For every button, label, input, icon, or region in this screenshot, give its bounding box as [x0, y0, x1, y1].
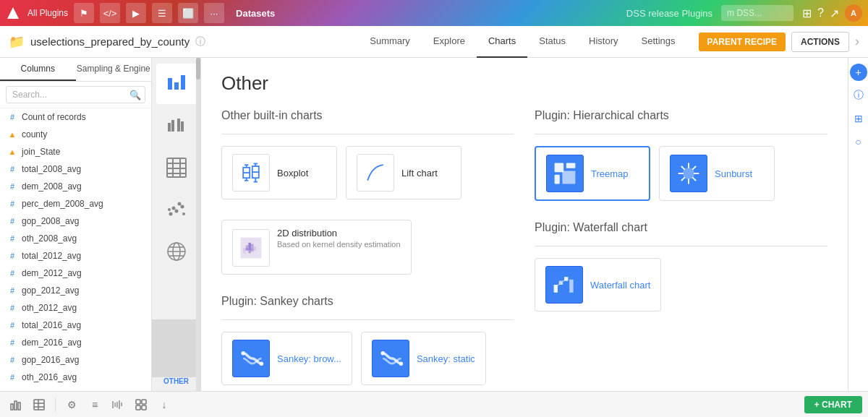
- list-item[interactable]: # gop_2016_avg: [0, 351, 151, 369]
- list-item[interactable]: # dem_2012_avg: [0, 265, 151, 282]
- chart-type-scatter[interactable]: [156, 189, 197, 230]
- grid-icon[interactable]: ⊞: [802, 7, 812, 20]
- treemap-icon: [546, 155, 584, 192]
- list-item[interactable]: # dem_2008_avg: [0, 178, 151, 195]
- list-item[interactable]: # oth_2016_avg: [0, 369, 151, 386]
- nav-settings[interactable]: Settings: [630, 26, 687, 58]
- add-chart-button[interactable]: + CHART: [804, 396, 862, 413]
- list-item[interactable]: ▲ county: [0, 126, 151, 143]
- list-item[interactable]: # total_2012_avg: [0, 247, 151, 265]
- column-name: total_2016_avg: [22, 320, 81, 330]
- list-item[interactable]: # total_2016_avg: [0, 317, 151, 334]
- toolbar-filter-icon[interactable]: [108, 395, 128, 415]
- list-item[interactable]: # gop_2008_avg: [0, 212, 151, 230]
- list-item[interactable]: # oth_2012_avg: [0, 299, 151, 317]
- chart-option-boxplot[interactable]: Boxplot: [221, 146, 337, 199]
- help-icon[interactable]: ?: [817, 7, 824, 20]
- toolbar-chart-icon[interactable]: [6, 395, 26, 415]
- top-icons: ⊞ ? ↗ A: [802, 4, 862, 22]
- search-input[interactable]: [6, 86, 145, 103]
- toolbar-chart-type-icon[interactable]: [131, 395, 151, 415]
- chart-type-bar[interactable]: [156, 64, 197, 104]
- svg-rect-54: [555, 175, 560, 184]
- tab-sampling[interactable]: Sampling & Engine: [76, 58, 152, 81]
- builtin-chart-grid: Boxplot Lift chart: [221, 146, 514, 199]
- list-item[interactable]: # Count of records: [0, 108, 151, 126]
- toolbar-settings-icon[interactable]: ≡: [85, 395, 105, 415]
- svg-rect-84: [142, 400, 146, 404]
- chart-option-sunburst[interactable]: Sunburst: [659, 146, 775, 201]
- toolbar-gear-icon[interactable]: ⚙: [61, 395, 82, 415]
- nav-arrow-icon[interactable]: ›: [855, 34, 859, 49]
- toolbar-table-icon[interactable]: [29, 395, 49, 415]
- global-search[interactable]: [721, 5, 793, 21]
- chart-option-treemap[interactable]: Treemap: [535, 146, 650, 201]
- waterfall-icon: [545, 266, 583, 304]
- tab-columns[interactable]: Columns: [0, 58, 76, 81]
- list-item[interactable]: ▲ join_State: [0, 143, 151, 160]
- nav-charts[interactable]: Charts: [477, 26, 527, 58]
- svg-point-49: [260, 362, 263, 366]
- nav-status[interactable]: Status: [527, 26, 577, 58]
- svg-rect-1: [168, 78, 172, 90]
- nav-summary[interactable]: Summary: [358, 26, 422, 58]
- toolbar-download-icon[interactable]: ↓: [154, 395, 174, 415]
- column-search: 🔍: [0, 82, 151, 108]
- info-icon[interactable]: ⓘ: [195, 35, 205, 48]
- scrollbar-thumb[interactable]: [196, 58, 200, 79]
- svg-rect-81: [119, 400, 120, 409]
- scrollbar-track: [196, 58, 200, 391]
- chart-option-2d-distribution[interactable]: 2D distribution Based on kernel density …: [221, 220, 412, 275]
- nav-btn-more[interactable]: ···: [204, 3, 224, 23]
- actions-button[interactable]: ACTIONS: [791, 32, 849, 52]
- chart-option-lift[interactable]: Lift chart: [346, 146, 461, 199]
- svg-rect-46: [248, 251, 251, 254]
- hash-icon: #: [7, 269, 17, 278]
- nav-explore[interactable]: Explore: [422, 26, 477, 58]
- parent-recipe-button[interactable]: PARENT RECIPE: [699, 33, 786, 51]
- boxplot-icon: [232, 154, 270, 192]
- sunburst-label: Sunburst: [715, 168, 752, 179]
- svg-line-62: [692, 177, 696, 181]
- list-item[interactable]: # total_2008_avg: [0, 160, 151, 178]
- right-panel-grid-icon[interactable]: ⊞: [850, 110, 867, 127]
- column-name: gop_2008_avg: [22, 216, 79, 226]
- triangle-icon: ▲: [7, 147, 17, 156]
- boxplot-label: Boxplot: [277, 168, 308, 179]
- hash-icon: #: [7, 356, 17, 364]
- svg-rect-47: [251, 249, 254, 252]
- nav-btn-4[interactable]: ☰: [152, 3, 172, 23]
- list-item[interactable]: # perc_dem_2008_avg: [0, 195, 151, 212]
- list-item[interactable]: # dem_2016_avg: [0, 334, 151, 351]
- chart-type-globe[interactable]: [156, 231, 197, 272]
- right-panel-info-icon[interactable]: ⓘ: [850, 87, 867, 104]
- user-avatar[interactable]: A: [845, 4, 862, 22]
- svg-rect-7: [181, 121, 184, 132]
- svg-rect-2: [174, 82, 179, 90]
- svg-rect-85: [136, 405, 140, 410]
- chart-icon[interactable]: ↗: [830, 7, 839, 20]
- sankey-chart-grid: Sankey: brow... Sankey: static: [221, 332, 514, 385]
- list-item[interactable]: # gop_2012_avg: [0, 282, 151, 299]
- svg-point-19: [168, 208, 171, 211]
- nav-btn-3[interactable]: ▶: [126, 3, 146, 23]
- chart-option-sankey-browse[interactable]: Sankey: brow...: [221, 332, 352, 385]
- list-item[interactable]: # oth_2008_avg: [0, 230, 151, 247]
- nav-btn-2[interactable]: </>: [100, 3, 120, 23]
- column-name: oth_2012_avg: [22, 303, 77, 313]
- right-col: Plugin: Hierarchical charts: [535, 109, 827, 391]
- chart-type-table[interactable]: [156, 147, 197, 188]
- svg-rect-44: [243, 251, 246, 254]
- svg-rect-4: [168, 123, 171, 132]
- svg-line-61: [681, 166, 685, 170]
- nav-btn-5[interactable]: ⬜: [178, 3, 198, 23]
- nav-history[interactable]: History: [577, 26, 629, 58]
- chart-type-grouped-bar[interactable]: [156, 106, 197, 146]
- nav-btn-1[interactable]: ⚑: [74, 3, 94, 23]
- chart-option-sankey-static[interactable]: Sankey: static: [361, 332, 486, 385]
- svg-point-14: [169, 212, 172, 216]
- right-panel-circle-icon[interactable]: ○: [850, 133, 867, 150]
- datasets-label[interactable]: Datasets: [230, 8, 281, 19]
- chart-option-waterfall[interactable]: Waterfall chart: [535, 258, 661, 311]
- right-panel-plus-icon[interactable]: +: [850, 64, 867, 81]
